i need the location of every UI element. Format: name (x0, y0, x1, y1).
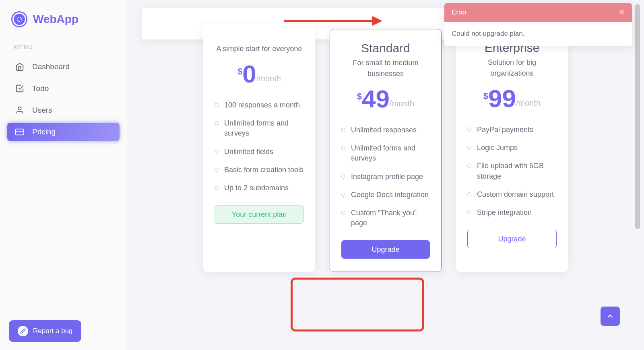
bullet-icon (341, 146, 345, 150)
bullet-icon (467, 146, 471, 150)
bullet-icon (467, 192, 471, 196)
bullet-icon (341, 193, 345, 197)
main-content: A simple start for everyone $ 0 /month 1… (127, 0, 644, 350)
current-plan-button[interactable]: Your current plan (215, 205, 304, 224)
plan-price: $ 49 /month (341, 86, 430, 111)
price-amount: 99 (488, 86, 516, 111)
scrollbar[interactable] (635, 4, 640, 229)
currency-symbol: $ (237, 66, 242, 77)
bullet-icon (341, 128, 345, 132)
upgrade-button[interactable]: Upgrade (467, 230, 557, 248)
sidebar-item-label: Dashboard (32, 62, 70, 71)
bullet-icon (467, 164, 471, 168)
report-bug-button[interactable]: Report a bug (9, 320, 81, 342)
sidebar-item-label: Users (32, 106, 52, 115)
feature-item: Custom domain support (467, 189, 557, 200)
bullet-icon (467, 128, 471, 132)
price-period: /month (256, 74, 281, 83)
feature-list: Unlimited responses Unlimited forms and … (341, 125, 430, 228)
bullet-icon (215, 150, 219, 154)
scroll-to-top-button[interactable] (601, 307, 620, 326)
brand-logo-icon (11, 11, 27, 27)
plan-name: Standard (341, 41, 430, 55)
plan-desc: For small to medium businesses (341, 58, 430, 79)
check-icon (15, 84, 24, 93)
sidebar-item-dashboard[interactable]: Dashboard (7, 58, 120, 76)
card-icon (15, 128, 24, 136)
bullet-icon (215, 121, 219, 125)
bullet-icon (215, 168, 219, 172)
plan-price: $ 0 /month (215, 62, 304, 86)
toast-title: Error (452, 8, 467, 16)
feature-item: Up to 2 subdomains (215, 183, 304, 193)
plan-desc: Solution for big organizations (467, 57, 557, 79)
feature-item: Custom “Thank you” page (341, 208, 430, 228)
feature-item: Basic form creation tools (215, 165, 304, 175)
bullet-icon (341, 175, 345, 179)
sidebar-item-users[interactable]: Users (7, 101, 120, 119)
svg-point-0 (18, 107, 21, 110)
price-amount: 49 (362, 86, 390, 111)
feature-item: File upload with 5GB storage (467, 161, 557, 181)
plan-card-enterprise: Enterprise Solution for big organization… (456, 29, 568, 272)
feature-item: 100 responses a month (215, 100, 304, 110)
price-period: /month (516, 99, 541, 108)
close-icon[interactable]: ✕ (619, 8, 625, 17)
feature-list: 100 responses a month Unlimited forms an… (215, 100, 304, 193)
brand-name: WebApp (33, 13, 78, 26)
feature-item: Unlimited fields (215, 147, 304, 157)
plan-price: $ 99 /month (467, 86, 557, 111)
svg-rect-1 (16, 129, 24, 135)
brand[interactable]: WebApp (4, 11, 123, 27)
report-bug-label: Report a bug (33, 327, 72, 335)
plan-card-standard: Standard For small to medium businesses … (330, 29, 442, 272)
plan-desc: A simple start for everyone (215, 43, 304, 54)
price-amount: 0 (242, 62, 256, 86)
feature-item: Logic Jumps (467, 143, 557, 153)
pencil-icon (18, 326, 28, 336)
sidebar-item-label: Todo (32, 84, 49, 93)
feature-item: PayPal payments (467, 125, 557, 135)
sidebar: WebApp MENU Dashboard Todo Users Pricing (0, 0, 127, 350)
toast-body: Could not upgrade plan. (444, 22, 632, 46)
sidebar-item-label: Pricing (32, 128, 56, 136)
feature-list: PayPal payments Logic Jumps File upload … (467, 125, 557, 218)
toast-header: Error ✕ (444, 3, 632, 22)
bullet-icon (467, 210, 471, 214)
home-icon (15, 62, 24, 71)
bullet-icon (341, 211, 345, 215)
user-icon (15, 106, 24, 115)
feature-item: Instagram profile page (341, 172, 430, 182)
feature-item: Google Docs integration (341, 190, 430, 200)
currency-symbol: $ (483, 91, 488, 101)
sidebar-item-todo[interactable]: Todo (7, 79, 120, 98)
upgrade-button[interactable]: Upgrade (341, 240, 430, 259)
feature-item: Stripe integration (467, 208, 557, 218)
sidebar-item-pricing[interactable]: Pricing (7, 123, 120, 141)
price-period: /month (390, 99, 414, 108)
currency-symbol: $ (357, 91, 362, 102)
plan-card-basic: A simple start for everyone $ 0 /month 1… (203, 24, 315, 272)
feature-item: Unlimited forms and surveys (341, 143, 430, 163)
feature-item: Unlimited responses (341, 125, 430, 135)
bullet-icon (215, 103, 219, 107)
bullet-icon (215, 186, 219, 190)
menu-section-label: MENU (4, 43, 123, 50)
feature-item: Unlimited forms and surveys (215, 118, 304, 138)
error-toast: Error ✕ Could not upgrade plan. (444, 3, 632, 46)
